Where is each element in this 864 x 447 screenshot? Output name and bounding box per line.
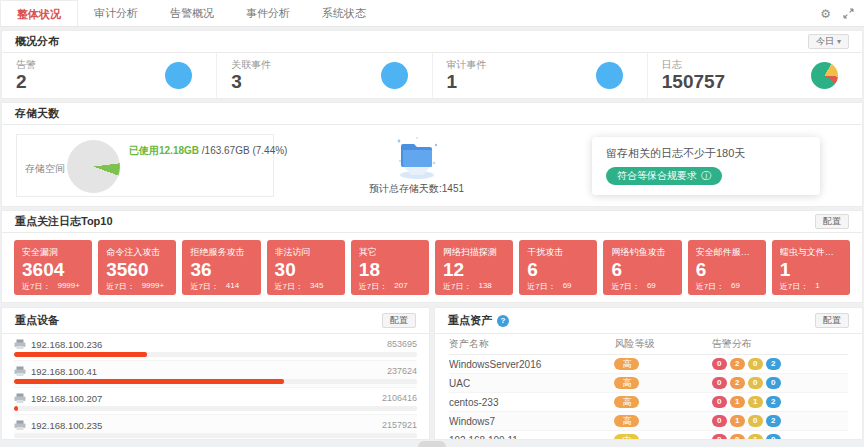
storage-days-text: 预计总存储天数:1451 bbox=[369, 182, 464, 196]
top10-card[interactable]: 安全漏洞3604近7日：9999+ bbox=[14, 240, 92, 295]
blue-circle-icon bbox=[596, 62, 623, 89]
device-value: 2106416 bbox=[382, 393, 417, 403]
top10-card[interactable]: 拒绝服务攻击36近7日：414 bbox=[182, 240, 260, 295]
top10-card-title: 网络扫描探测 bbox=[443, 246, 505, 259]
recent-label: 近7日： bbox=[696, 281, 724, 292]
top10-card[interactable]: 蠕虫与文件感染1近7日：1 bbox=[772, 240, 850, 295]
device-icon bbox=[14, 393, 26, 404]
stat-card: 关联事件3 bbox=[217, 53, 432, 98]
collapse-handle[interactable] bbox=[418, 441, 446, 447]
top10-card[interactable]: 命令注入攻击3560近7日：9999+ bbox=[98, 240, 176, 295]
risk-badge: 高 bbox=[614, 415, 639, 428]
top10-config-button[interactable]: 配置 bbox=[815, 214, 849, 229]
recent-value: 414 bbox=[226, 281, 239, 292]
asset-table-header: 资产名称 风险等级 告警分布 bbox=[449, 334, 848, 355]
alarm-count-badge: 0 bbox=[748, 358, 763, 370]
tab-item[interactable]: 系统状态 bbox=[306, 0, 382, 26]
asset-alarm-distribution: 0102 bbox=[712, 415, 848, 427]
devices-config-button[interactable]: 配置 bbox=[382, 313, 416, 328]
asset-header-name: 资产名称 bbox=[449, 337, 614, 351]
top10-card[interactable]: 安全邮件服务攻击6近7日：69 bbox=[688, 240, 766, 295]
alarm-count-badge: 0 bbox=[766, 434, 781, 440]
recent-label: 近7日： bbox=[527, 281, 555, 292]
gear-icon[interactable]: ⚙ bbox=[820, 8, 831, 20]
assets-title: 重点资产? bbox=[448, 313, 509, 328]
top10-card-title: 命令注入攻击 bbox=[106, 246, 168, 259]
top10-card[interactable]: 网络钓鱼攻击6近7日：69 bbox=[603, 240, 681, 295]
recent-value: 69 bbox=[647, 281, 656, 292]
top10-card-recent: 近7日：69 bbox=[527, 281, 589, 292]
storage-title: 存储天数 bbox=[15, 106, 59, 121]
top10-card[interactable]: 网络扫描探测12近7日：138 bbox=[435, 240, 513, 295]
fullscreen-icon[interactable] bbox=[843, 8, 854, 19]
storage-used: 已使用12.18GB bbox=[129, 145, 199, 156]
top10-card-value: 6 bbox=[611, 259, 673, 281]
recent-label: 近7日： bbox=[780, 281, 808, 292]
top10-card-recent: 近7日：69 bbox=[611, 281, 673, 292]
overview-panel: 概况分布 今日▾ 告警2关联事件3审计事件1日志150757 bbox=[1, 30, 863, 99]
top10-card-value: 3560 bbox=[106, 259, 168, 281]
alarm-count-badge: 2 bbox=[730, 377, 745, 389]
asset-alarm-distribution: 0200 bbox=[712, 377, 848, 389]
top10-card[interactable]: 干扰攻击6近7日：69 bbox=[519, 240, 597, 295]
top10-panel: 重点关注日志Top10 配置 安全漏洞3604近7日：9999+命令注入攻击35… bbox=[1, 210, 863, 303]
recent-value: 1 bbox=[815, 281, 819, 292]
top10-card-title: 拒绝服务攻击 bbox=[190, 246, 252, 259]
pie-icon bbox=[811, 62, 838, 89]
alarm-count-badge: 2 bbox=[766, 358, 781, 370]
recent-value: 138 bbox=[478, 281, 491, 292]
device-row[interactable]: 192.168.100.2352157921 bbox=[14, 415, 417, 440]
asset-name: centos-233 bbox=[449, 397, 614, 408]
storage-space-box: 存储空间 已使用12.18GB /163.67GB (7.44%) bbox=[16, 134, 274, 197]
top10-card-value: 6 bbox=[696, 259, 758, 281]
device-row[interactable]: 192.168.100.236853695 bbox=[14, 334, 417, 361]
device-value: 237624 bbox=[387, 366, 417, 376]
device-ip: 192.168.100.235 bbox=[31, 420, 102, 431]
device-usage-bar bbox=[14, 406, 417, 411]
asset-risk: 高 bbox=[614, 377, 711, 390]
top10-card[interactable]: 其它18近7日：207 bbox=[351, 240, 429, 295]
tab-item[interactable]: 事件分析 bbox=[230, 0, 306, 26]
device-row[interactable]: 192.168.100.2072106416 bbox=[14, 388, 417, 415]
alarm-count-badge: 0 bbox=[712, 358, 727, 370]
recent-label: 近7日： bbox=[106, 281, 134, 292]
recent-label: 近7日： bbox=[443, 281, 471, 292]
asset-risk: 高 bbox=[614, 396, 711, 409]
assets-config-button[interactable]: 配置 bbox=[815, 313, 849, 328]
alarm-count-badge: 2 bbox=[730, 358, 745, 370]
recent-label: 近7日： bbox=[359, 281, 387, 292]
top10-card-title: 安全邮件服务攻击 bbox=[696, 246, 758, 259]
top10-card-recent: 近7日：345 bbox=[275, 281, 337, 292]
alarm-count-badge: 1 bbox=[730, 415, 745, 427]
asset-name: WindowsServer2016 bbox=[449, 359, 614, 370]
asset-name: 192.168.100.11 bbox=[449, 435, 614, 441]
storage-total: /163.67GB (7.44%) bbox=[199, 145, 287, 156]
compliance-notice: 留存相关的日志不少于180天 bbox=[606, 146, 806, 161]
asset-row: WindowsServer2016高0202 bbox=[449, 355, 848, 374]
asset-header-dist: 告警分布 bbox=[712, 337, 848, 351]
alarm-count-badge: 1 bbox=[730, 396, 745, 408]
storage-usage-text: 已使用12.18GB /163.67GB (7.44%) bbox=[129, 144, 287, 158]
top10-title: 重点关注日志Top10 bbox=[15, 214, 113, 229]
device-row[interactable]: 192.168.100.41237624 bbox=[14, 361, 417, 388]
recent-label: 近7日： bbox=[275, 281, 303, 292]
date-filter-dropdown[interactable]: 今日▾ bbox=[808, 34, 849, 49]
top10-card-value: 6 bbox=[527, 259, 589, 281]
alarm-count-badge: 0 bbox=[712, 434, 727, 440]
alarm-count-badge: 1 bbox=[748, 396, 763, 408]
device-ip: 192.168.100.41 bbox=[31, 366, 97, 377]
overview-title: 概况分布 bbox=[15, 34, 59, 49]
compliance-badge[interactable]: 符合等保合规要求ⓘ bbox=[606, 167, 722, 185]
alarm-count-badge: 1 bbox=[748, 434, 763, 440]
asset-risk: 高 bbox=[614, 415, 711, 428]
tab-item[interactable]: 整体状况 bbox=[0, 0, 78, 26]
help-icon[interactable]: ? bbox=[497, 315, 509, 327]
stat-card: 审计事件1 bbox=[433, 53, 648, 98]
info-icon: ⓘ bbox=[701, 169, 711, 183]
tab-item[interactable]: 告警概况 bbox=[154, 0, 230, 26]
tab-item[interactable]: 审计分析 bbox=[78, 0, 154, 26]
compliance-card: 留存相关的日志不少于180天 符合等保合规要求ⓘ bbox=[592, 137, 820, 195]
top10-card[interactable]: 非法访问30近7日：345 bbox=[267, 240, 345, 295]
recent-label: 近7日： bbox=[22, 281, 50, 292]
asset-row: UAC高0200 bbox=[449, 374, 848, 393]
